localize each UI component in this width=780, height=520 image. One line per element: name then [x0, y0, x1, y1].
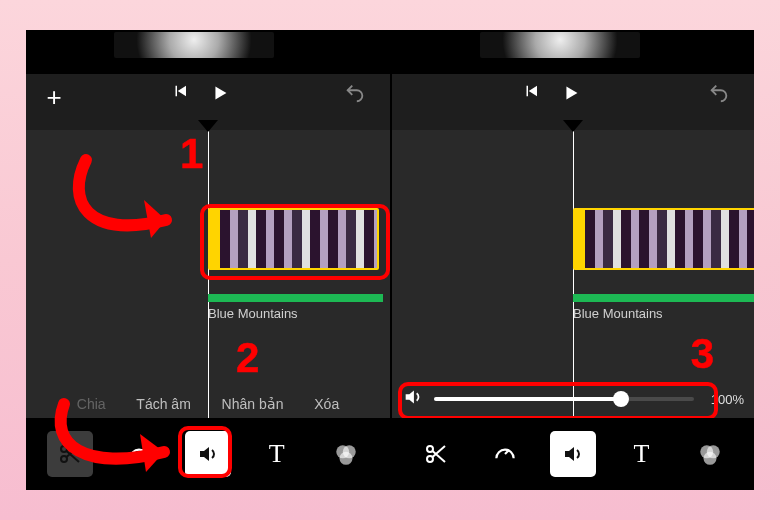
video-clip[interactable] [573, 208, 754, 270]
clip-left-handle[interactable] [210, 210, 220, 268]
scissors-icon [424, 442, 448, 466]
volume-row: 100% [392, 380, 754, 418]
speaker-icon [402, 386, 424, 412]
playhead[interactable] [208, 130, 209, 420]
svg-point-4 [339, 452, 352, 465]
tutorial-frame: + Blue Mountains 1 [26, 30, 754, 490]
edit-toolbar: T [392, 418, 754, 490]
clip-thumbnails [220, 210, 377, 268]
tool-cut[interactable] [413, 431, 459, 477]
panel-step-1-2: + Blue Mountains 1 [26, 30, 390, 490]
tool-volume[interactable] [550, 431, 596, 477]
audio-track[interactable] [573, 294, 754, 302]
panel-step-3: Blue Mountains 3 100% [390, 30, 754, 490]
speedometer-icon [126, 441, 152, 467]
tool-text[interactable]: T [618, 431, 664, 477]
tool-text[interactable]: T [254, 431, 300, 477]
play-button[interactable] [209, 82, 231, 104]
audio-track-label: Blue Mountains [573, 306, 663, 321]
skip-back-button[interactable] [522, 82, 540, 100]
svg-point-0 [61, 446, 67, 452]
scissors-icon [58, 442, 82, 466]
tool-cut[interactable] [47, 431, 93, 477]
tool-speed[interactable] [482, 431, 528, 477]
filter-icon [697, 441, 723, 467]
svg-point-9 [703, 452, 716, 465]
svg-point-5 [427, 446, 433, 452]
preview-thumbnail [480, 32, 640, 58]
tool-volume[interactable] [185, 431, 231, 477]
action-delete[interactable]: Xóa [314, 396, 339, 412]
add-media-button[interactable]: + [40, 82, 68, 113]
timeline[interactable]: Blue Mountains [26, 130, 390, 420]
preview-thumbnail [114, 32, 274, 58]
timeline[interactable]: Blue Mountains [392, 130, 754, 420]
edit-toolbar: T [26, 418, 390, 490]
action-duplicate[interactable]: Nhân bản [222, 396, 284, 412]
undo-button[interactable] [344, 82, 366, 104]
action-split[interactable]: Chia [77, 396, 106, 412]
text-icon: T [269, 439, 285, 469]
speaker-icon [561, 442, 585, 466]
clip-left-handle[interactable] [575, 210, 585, 268]
speedometer-icon [492, 441, 518, 467]
volume-fill [434, 397, 621, 401]
svg-point-1 [61, 456, 67, 462]
tool-speed[interactable] [116, 431, 162, 477]
volume-percent-label: 100% [704, 392, 744, 407]
undo-button[interactable] [708, 82, 730, 104]
skip-back-button[interactable] [171, 82, 189, 100]
volume-knob[interactable] [613, 391, 629, 407]
audio-track-label: Blue Mountains [208, 306, 298, 321]
filter-icon [333, 441, 359, 467]
text-icon: T [633, 439, 649, 469]
tool-filter[interactable] [687, 431, 733, 477]
volume-slider[interactable] [434, 397, 694, 401]
clip-actions-row: Chia Tách âm Nhân bản Xóa [26, 390, 390, 418]
video-clip[interactable] [208, 208, 379, 270]
playhead[interactable] [573, 130, 574, 420]
play-button[interactable] [560, 82, 582, 104]
clip-thumbnails [585, 210, 754, 268]
svg-point-6 [427, 456, 433, 462]
action-detach-audio[interactable]: Tách âm [136, 396, 190, 412]
audio-track[interactable] [208, 294, 383, 302]
speaker-icon [196, 442, 220, 466]
tool-filter[interactable] [323, 431, 369, 477]
